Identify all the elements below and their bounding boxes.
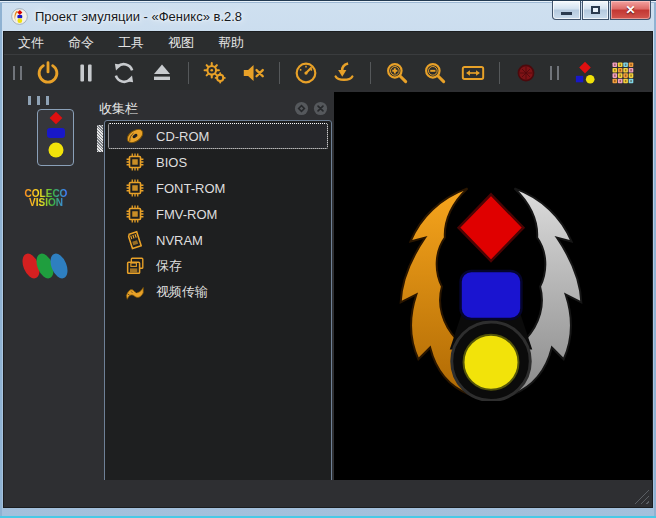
- memory-card-icon: [124, 229, 146, 251]
- toolbar-grip[interactable]: [13, 66, 22, 80]
- mute-button[interactable]: [238, 58, 268, 88]
- gauge-icon: [293, 60, 319, 86]
- phoenix-logo: [383, 184, 599, 405]
- keypad-button[interactable]: [608, 58, 638, 88]
- chip-icon: [124, 151, 146, 173]
- zoom-out-icon: [422, 60, 448, 86]
- panel-scrollbar-thumb[interactable]: [97, 125, 103, 152]
- power-icon: [35, 60, 61, 86]
- minimize-button[interactable]: [552, 1, 581, 20]
- close-icon: ✕: [625, 3, 635, 17]
- list-item-4[interactable]: NVRAM: [108, 227, 328, 253]
- sidebar-item-ovals-system[interactable]: [18, 248, 74, 288]
- phoenix-shapes-button[interactable]: [570, 58, 600, 88]
- keypad-icon: [611, 61, 635, 85]
- list-item-label: FONT-ROM: [156, 181, 225, 196]
- film-icon: [124, 281, 146, 303]
- three-ovals-icon: [18, 270, 74, 287]
- zoom-in-icon: [384, 60, 410, 86]
- eject-icon: [150, 61, 174, 85]
- toolbar-separator: [188, 62, 189, 84]
- pause-icon: [74, 61, 98, 85]
- menu-item-0[interactable]: 文件: [8, 32, 54, 54]
- list-item-label: BIOS: [156, 155, 187, 170]
- power-button[interactable]: [33, 58, 63, 88]
- list-item-label: 视频传输: [156, 283, 208, 301]
- menu-bar: 文件命令工具视图帮助: [4, 32, 652, 54]
- menu-item-3[interactable]: 视图: [158, 32, 204, 54]
- sidebar-grip[interactable]: [28, 96, 49, 105]
- zoom-out-button[interactable]: [420, 58, 450, 88]
- record-icon: [514, 61, 538, 85]
- list-item-3[interactable]: FMV-ROM: [108, 201, 328, 227]
- list-item-6[interactable]: 视频传输: [108, 279, 328, 305]
- speed-button[interactable]: [291, 58, 321, 88]
- emulation-canvas: [334, 92, 652, 483]
- mute-icon: [240, 60, 266, 86]
- list-item-5[interactable]: 保存: [108, 253, 328, 279]
- menu-item-1[interactable]: 命令: [58, 32, 104, 54]
- reset-button[interactable]: [109, 58, 139, 88]
- toolbar: [4, 54, 652, 90]
- download-icon: [331, 60, 357, 86]
- gears-icon: [202, 60, 228, 86]
- minimize-icon: [561, 12, 572, 15]
- menu-item-2[interactable]: 工具: [108, 32, 154, 54]
- sidebar-item-phoenix-system[interactable]: [37, 109, 74, 166]
- load-button[interactable]: [329, 58, 359, 88]
- window-title: Проект эмуляции - «Феникс» в.2.8: [35, 9, 242, 24]
- app-window: Проект эмуляции - «Феникс» в.2.8 ✕ 文件命令工…: [0, 0, 656, 518]
- eject-button[interactable]: [147, 58, 177, 88]
- collection-panel-title: 收集栏: [99, 100, 138, 118]
- zoom-in-button[interactable]: [382, 58, 412, 88]
- phoenix-app-icon: [11, 8, 28, 25]
- menu-item-4[interactable]: 帮助: [208, 32, 254, 54]
- phoenix-shapes-stack-icon: [41, 111, 71, 165]
- list-item-2[interactable]: FONT-ROM: [108, 175, 328, 201]
- list-item-label: FMV-ROM: [156, 207, 217, 222]
- settings-button[interactable]: [200, 58, 230, 88]
- panel-float-button[interactable]: [294, 101, 309, 116]
- fit-window-button[interactable]: [458, 58, 488, 88]
- maximize-button[interactable]: [582, 1, 609, 20]
- titlebar[interactable]: Проект эмуляции - «Феникс» в.2.8 ✕: [0, 1, 656, 31]
- status-bar: [4, 480, 652, 507]
- panel-close-button[interactable]: [313, 101, 328, 116]
- save-icon: [124, 255, 146, 277]
- list-item-label: CD-ROM: [156, 129, 209, 144]
- collection-panel: 收集栏: [89, 97, 334, 492]
- toolbar-grip[interactable]: [550, 66, 559, 80]
- app-frame: 文件命令工具视图帮助: [3, 31, 653, 508]
- toolbar-separator: [499, 62, 500, 84]
- collection-list: CD-ROMBIOSFONT-ROMFMV-ROMNVRAM保存视频传输: [104, 120, 332, 492]
- shapes-icon: [572, 60, 598, 86]
- client-area: COLECO VISION 收集栏: [4, 90, 652, 507]
- list-item-1[interactable]: BIOS: [108, 149, 328, 175]
- sidebar-item-colecovision[interactable]: COLECO VISION: [14, 189, 78, 207]
- refresh-icon: [111, 60, 137, 86]
- record-button[interactable]: [511, 58, 541, 88]
- pause-button[interactable]: [71, 58, 101, 88]
- expand-icon: [460, 60, 486, 86]
- list-item-label: 保存: [156, 257, 182, 275]
- list-item-label: NVRAM: [156, 233, 203, 248]
- resize-grip-icon[interactable]: [634, 489, 649, 504]
- toolbar-separator: [279, 62, 280, 84]
- maximize-icon: [591, 6, 600, 14]
- colecovision-logo-text: VISION: [14, 198, 78, 207]
- toolbar-separator: [370, 62, 371, 84]
- close-button[interactable]: ✕: [610, 1, 651, 20]
- chip-icon: [124, 203, 146, 225]
- cd-icon: [124, 125, 146, 147]
- list-item-0[interactable]: CD-ROM: [108, 123, 328, 149]
- chip-icon: [124, 177, 146, 199]
